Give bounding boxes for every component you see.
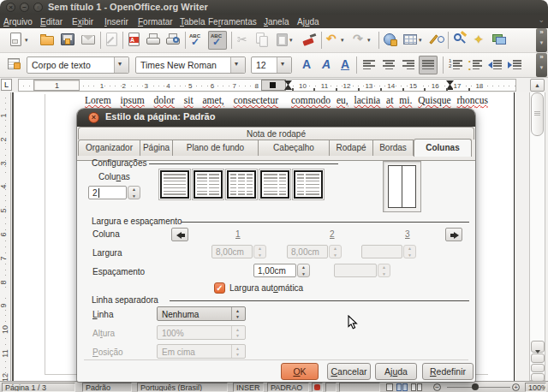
espacamento-spinner-buttons[interactable] — [297, 264, 310, 277]
bullet-list-button[interactable]: •• — [467, 56, 485, 74]
print-icon[interactable] — [146, 31, 162, 50]
paragraph-style-combo[interactable]: Corpo de texto — [27, 56, 129, 74]
menubar-collapse-icon[interactable]: ⌄ — [538, 15, 545, 24]
status-zoom-value[interactable]: 100% — [525, 383, 546, 392]
ok-button[interactable]: OK — [281, 363, 319, 380]
status-selection-mode[interactable]: PADRAO — [267, 383, 309, 392]
email-icon[interactable] — [80, 31, 97, 50]
open-icon[interactable] — [39, 31, 56, 50]
auto-spellcheck-icon[interactable]: ABC ✓ — [208, 31, 227, 50]
increase-indent-button[interactable] — [506, 56, 525, 74]
align-left-button[interactable] — [360, 56, 378, 74]
spelling-icon[interactable]: ABC ✓ — [188, 31, 205, 50]
table-dropdown[interactable]: ▾ — [419, 37, 426, 44]
menu-formatar[interactable]: Formatar — [138, 17, 173, 27]
navigator-icon[interactable]: ✦ — [472, 31, 488, 50]
edit-file-icon[interactable] — [104, 31, 121, 50]
tab-nota-de-rodape[interactable]: Nota de rodapé — [78, 127, 474, 140]
tab-type-selector[interactable]: L — [1, 79, 12, 91]
cut-icon[interactable]: ✂ — [235, 31, 252, 50]
document-text-column2[interactable]: commodoeu,laciniaatmi.Quisquerhoncus — [291, 95, 488, 105]
toolbar2-overflow-button[interactable]: »▼ — [536, 53, 547, 77]
zoom-slider-handle[interactable] — [472, 383, 479, 390]
preset-left-wide[interactable] — [259, 169, 291, 200]
window-maximize-button[interactable]: ▫ — [33, 3, 43, 12]
menu-tabela[interactable]: Tabela — [180, 17, 205, 27]
document-text-column1[interactable]: Loremipsumdolorsitamet,consectetur — [85, 95, 278, 105]
tab-colunas[interactable]: Colunas — [414, 139, 472, 157]
previous-page-button[interactable] — [531, 353, 545, 363]
redo-icon[interactable]: ↷ — [352, 31, 368, 50]
navigation-button[interactable] — [531, 364, 545, 372]
dialog-close-icon[interactable]: × — [88, 112, 99, 123]
decrease-indent-button[interactable] — [486, 56, 505, 74]
status-info[interactable] — [339, 383, 380, 392]
status-signature[interactable] — [325, 383, 337, 392]
ajuda-button[interactable]: Ajuda — [375, 363, 417, 380]
status-page-style[interactable]: Padrão — [82, 383, 132, 392]
scroll-up-button[interactable]: ▲ — [530, 79, 545, 92]
tab-plano-de-fundo[interactable]: Plano de fundo — [173, 140, 259, 156]
style-combo-dropdown[interactable] — [114, 57, 128, 73]
italic-button[interactable]: A — [318, 56, 337, 74]
preset-one-column[interactable] — [158, 169, 191, 200]
new-document-icon[interactable] — [9, 31, 25, 50]
tab-rodape[interactable]: Rodapé — [330, 140, 373, 156]
column-prev-button[interactable] — [171, 228, 188, 241]
styles-icon[interactable] — [7, 56, 23, 74]
bold-button[interactable]: A — [298, 56, 317, 74]
preset-three-columns[interactable] — [225, 169, 258, 200]
window-minimize-button[interactable]: − — [20, 3, 29, 12]
status-insert-mode[interactable]: INSER — [233, 383, 264, 392]
column-next-button[interactable] — [445, 228, 462, 241]
menu-exibir[interactable]: Exibir — [72, 17, 93, 27]
size-combo-dropdown[interactable] — [277, 57, 291, 73]
underline-button[interactable]: A — [337, 56, 355, 74]
status-modified-icon[interactable] — [312, 383, 323, 392]
numbered-list-button[interactable]: 12 — [447, 56, 466, 74]
redefinir-button[interactable]: Redefinir — [422, 363, 474, 380]
tab-organizador[interactable]: Organizador — [78, 140, 140, 156]
tab-bordas[interactable]: Bordas — [373, 140, 414, 156]
menu-ajuda[interactable]: Ajuda — [297, 17, 319, 27]
menu-inserir[interactable]: Inserir — [104, 17, 128, 27]
paste-dropdown[interactable]: ▾ — [289, 37, 296, 44]
gallery-icon[interactable] — [491, 31, 508, 50]
find-replace-icon[interactable] — [452, 31, 468, 50]
status-page[interactable]: Página 1 / 3 — [2, 383, 75, 392]
new-document-dropdown[interactable]: ▾ — [25, 37, 32, 44]
dialog-titlebar[interactable]: × Estilo da página: Padrão — [77, 109, 475, 127]
view-layout-buttons[interactable] — [384, 383, 426, 392]
scrollbar-thumb[interactable] — [531, 92, 544, 136]
ruler-column-marker[interactable] — [270, 82, 276, 88]
undo-dropdown[interactable]: ▾ — [341, 37, 348, 44]
espacamento-spinner-1[interactable]: 1,00cm — [253, 264, 296, 277]
status-language[interactable]: Português (Brasil) — [137, 383, 228, 392]
align-center-button[interactable] — [379, 56, 398, 74]
menu-arquivo[interactable]: Arquivo — [3, 17, 33, 27]
format-paintbrush-icon[interactable] — [301, 31, 318, 50]
font-combo-dropdown[interactable] — [230, 57, 245, 73]
horizontal-ruler[interactable]: 1 12345678101112131415161718 — [18, 79, 516, 92]
align-right-button[interactable] — [399, 56, 418, 74]
hyperlink-icon[interactable] — [383, 31, 399, 50]
table-icon[interactable] — [402, 31, 419, 50]
vertical-scrollbar[interactable] — [529, 92, 545, 381]
menu-janela[interactable]: Janela — [264, 17, 289, 27]
font-size-combo[interactable]: 12 — [251, 56, 292, 74]
scroll-down-button[interactable] — [531, 341, 545, 353]
vertical-ruler[interactable]: 123456789101112 — [0, 92, 11, 381]
colunas-spinner[interactable]: 2 — [88, 186, 127, 199]
undo-icon[interactable]: ↶ — [325, 31, 342, 50]
preset-two-columns[interactable] — [192, 169, 224, 200]
preset-right-wide[interactable] — [292, 169, 325, 200]
page-preview-icon[interactable] — [165, 31, 182, 50]
largura-automatica-checkbox[interactable]: ✓ — [214, 282, 225, 294]
export-pdf-icon[interactable]: A — [127, 31, 143, 50]
redo-dropdown[interactable]: ▾ — [367, 37, 374, 44]
font-name-combo[interactable]: Times New Roman — [135, 56, 246, 74]
window-close-button[interactable]: × — [6, 3, 15, 12]
menu-editar[interactable]: Editar — [40, 17, 63, 27]
toolbar1-overflow-button[interactable]: »▼ — [536, 28, 547, 52]
menu-ferramentas[interactable]: Ferramentas — [208, 17, 257, 27]
